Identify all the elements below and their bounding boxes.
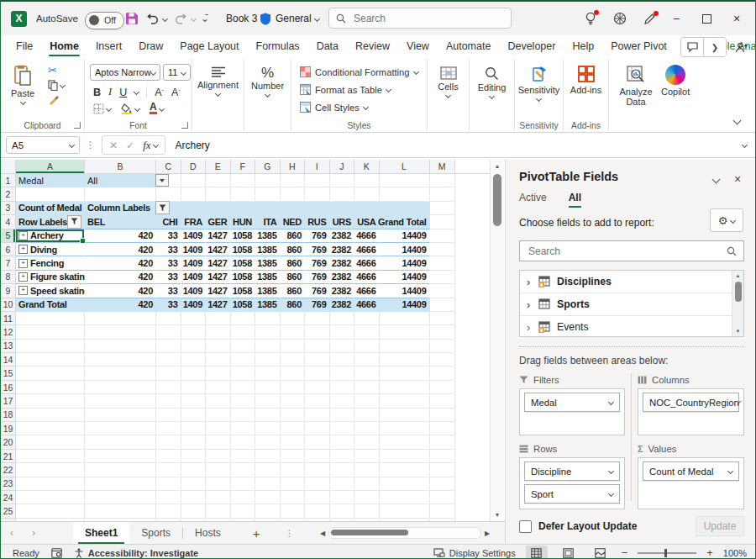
- cancel-icon[interactable]: ✕: [109, 140, 118, 151]
- cell-E7[interactable]: 1427: [206, 256, 231, 270]
- cell-D1[interactable]: [181, 174, 207, 187]
- cell-J16[interactable]: [330, 381, 355, 394]
- cell-L18[interactable]: [380, 409, 430, 422]
- cell-A17[interactable]: [16, 394, 85, 408]
- copilot-button[interactable]: Copilot: [661, 65, 690, 97]
- cell-C7[interactable]: 33: [156, 256, 181, 270]
- cell-G9[interactable]: 1385: [255, 284, 281, 298]
- cell-F17[interactable]: [231, 394, 256, 408]
- cell-B12[interactable]: [85, 325, 156, 339]
- ribbon-tab-page-layout[interactable]: Page Layout: [171, 36, 247, 59]
- cell-B23[interactable]: [85, 477, 156, 491]
- pane-close-icon[interactable]: ×: [730, 171, 745, 187]
- cell-E11[interactable]: [206, 312, 231, 325]
- cell-C4[interactable]: CHI: [156, 215, 181, 229]
- cell-G19[interactable]: [255, 422, 281, 435]
- cell-I7[interactable]: 769: [305, 256, 330, 270]
- cell-K4[interactable]: USA: [354, 215, 380, 229]
- row-header-14[interactable]: 14: [1, 353, 16, 367]
- row-header-17[interactable]: 17: [1, 394, 16, 408]
- cell-A1[interactable]: Medal: [16, 174, 85, 187]
- col-header-D[interactable]: D: [181, 160, 207, 174]
- cell-A22[interactable]: [16, 463, 85, 477]
- cell-E5[interactable]: 1427: [206, 229, 231, 243]
- area-pill-medal[interactable]: Medal: [524, 393, 620, 412]
- zoom-out-button[interactable]: −: [622, 546, 628, 559]
- close-button[interactable]: ×: [722, 2, 752, 35]
- cell-M9[interactable]: [430, 284, 455, 298]
- sensitivity-badge[interactable]: General: [276, 2, 319, 35]
- cell-C17[interactable]: [156, 394, 181, 408]
- cell-I12[interactable]: [305, 325, 330, 339]
- cell-B20[interactable]: [85, 435, 156, 449]
- cell-D22[interactable]: [181, 463, 207, 477]
- cell-K25[interactable]: [354, 504, 380, 518]
- namebox-resize-handle[interactable]: ⋮: [86, 140, 96, 150]
- cell-B9[interactable]: 420: [85, 284, 156, 298]
- cell-J10[interactable]: 2382: [330, 298, 355, 312]
- cell-B24[interactable]: [85, 491, 156, 504]
- cell-A16[interactable]: [16, 381, 85, 394]
- cell-A4[interactable]: Row Labels: [16, 215, 85, 229]
- cell-H1[interactable]: [281, 174, 306, 187]
- scroll-up-icon[interactable]: ▲: [491, 160, 504, 172]
- cell-M14[interactable]: [430, 353, 455, 367]
- cell-F13[interactable]: [231, 340, 256, 353]
- cell-L24[interactable]: [380, 491, 430, 504]
- cell-J14[interactable]: [330, 353, 355, 367]
- area-pill-discipline[interactable]: Discipline: [524, 461, 620, 481]
- cell-E13[interactable]: [206, 340, 231, 353]
- cell-F14[interactable]: [231, 353, 256, 367]
- cell-L3[interactable]: [380, 202, 430, 215]
- italic-button[interactable]: I: [108, 86, 112, 98]
- zoom-in-button[interactable]: +: [706, 546, 713, 559]
- cell-D20[interactable]: [181, 435, 207, 449]
- cell-H3[interactable]: [281, 202, 306, 215]
- cell-D2[interactable]: [181, 187, 207, 201]
- values-area-box[interactable]: Count of Medal: [638, 457, 744, 509]
- cell-K23[interactable]: [354, 477, 380, 491]
- cell-J11[interactable]: [330, 312, 355, 325]
- cell-B19[interactable]: [85, 422, 156, 435]
- insert-function-button[interactable]: fx: [143, 139, 157, 152]
- cell-B15[interactable]: [85, 367, 156, 380]
- cell-B6[interactable]: 420: [85, 243, 156, 256]
- col-header-E[interactable]: E: [206, 160, 231, 174]
- cell-K18[interactable]: [354, 409, 380, 422]
- cell-I20[interactable]: [305, 435, 330, 449]
- format-as-table-button[interactable]: Format as Table: [300, 81, 418, 98]
- cell-A8[interactable]: +Figure skating: [16, 271, 85, 284]
- cell-D25[interactable]: [181, 504, 207, 518]
- formula-bar-expand-icon[interactable]: [742, 142, 748, 148]
- cell-B8[interactable]: 420: [85, 271, 156, 284]
- select-all-corner[interactable]: [1, 160, 16, 174]
- row-header-12[interactable]: 12: [1, 325, 16, 339]
- column-labels-filter-button[interactable]: [155, 201, 170, 214]
- cell-H14[interactable]: [281, 353, 306, 367]
- cell-H18[interactable]: [281, 409, 306, 422]
- col-header-A[interactable]: A: [16, 160, 85, 174]
- cell-C5[interactable]: 33: [156, 229, 181, 243]
- cell-C25[interactable]: [156, 504, 181, 518]
- cell-J12[interactable]: [330, 325, 355, 339]
- area-pill-count-of-medal[interactable]: Count of Medal: [643, 461, 739, 481]
- col-header-J[interactable]: J: [330, 160, 355, 174]
- cell-E19[interactable]: [206, 422, 231, 435]
- cell-G20[interactable]: [255, 435, 281, 449]
- fields-search-box[interactable]: [519, 240, 744, 261]
- cell-K2[interactable]: [354, 187, 380, 201]
- expand-chevron-icon[interactable]: ›: [527, 276, 533, 288]
- cell-G13[interactable]: [255, 340, 281, 353]
- cell-G12[interactable]: [255, 325, 281, 339]
- row-header-19[interactable]: 19: [1, 422, 16, 435]
- cell-J2[interactable]: [330, 187, 355, 201]
- cell-K8[interactable]: 4666: [354, 271, 380, 284]
- cell-A15[interactable]: [16, 367, 85, 380]
- cell-B17[interactable]: [85, 394, 156, 408]
- cell-E8[interactable]: 1427: [206, 271, 231, 284]
- ribbon-tab-help[interactable]: Help: [564, 36, 602, 59]
- fields-scroll-down-icon[interactable]: ▼: [732, 326, 743, 336]
- cell-K17[interactable]: [354, 394, 380, 408]
- cell-C24[interactable]: [156, 491, 181, 504]
- cell-K6[interactable]: 4666: [354, 243, 380, 256]
